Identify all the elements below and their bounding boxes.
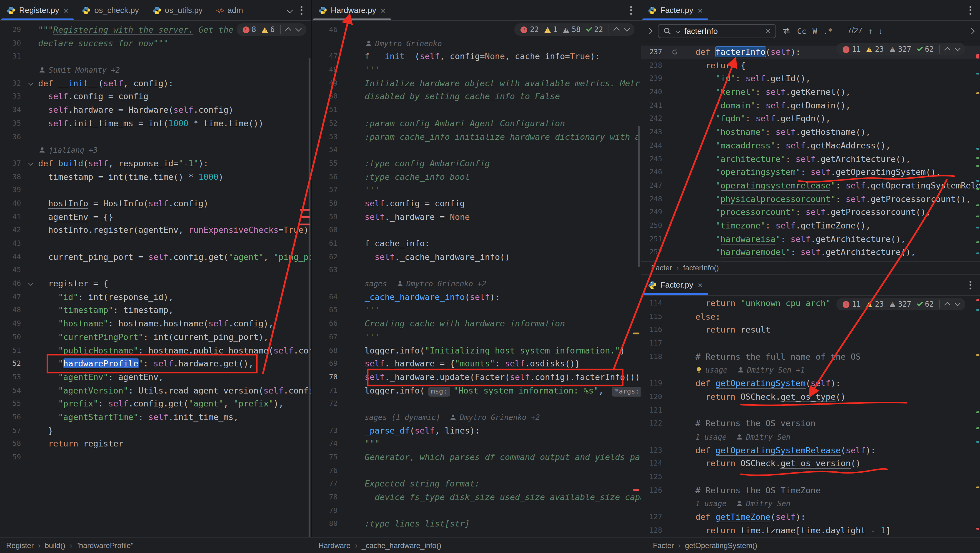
- line-number[interactable]: 37: [0, 157, 27, 170]
- line-number[interactable]: 50: [0, 331, 27, 344]
- error-stripe-mark[interactable]: [976, 299, 979, 301]
- code-text[interactable]: # Returns the OS TimeZone: [684, 484, 821, 497]
- code-text[interactable]: return "unknown cpu arch": [684, 297, 830, 310]
- tab-facter-py[interactable]: Facter.py×: [641, 0, 709, 20]
- code-text[interactable]: def getTimeZone(self):: [684, 510, 806, 524]
- code-text[interactable]: Creating cache with hardware information: [350, 317, 565, 331]
- code-text[interactable]: self.config = config: [350, 197, 465, 210]
- line-number[interactable]: 117: [641, 337, 668, 350]
- code-text[interactable]: ''': [350, 64, 380, 77]
- error-stripe-mark[interactable]: [976, 427, 979, 429]
- code-text[interactable]: :param cache_info initialize hardware di…: [350, 130, 641, 143]
- line-number[interactable]: 40: [0, 197, 27, 210]
- code-text[interactable]: self._cache_hardware_info(): [350, 250, 510, 264]
- code-text[interactable]: def __init__(self, config):: [38, 77, 173, 90]
- error-stripe-mark[interactable]: [976, 73, 979, 74]
- prev-problem-button[interactable]: [945, 302, 950, 307]
- code-text[interactable]: hostInfo = HostInfo(self.config): [38, 197, 208, 210]
- line-number[interactable]: 70: [312, 371, 344, 384]
- line-number[interactable]: 125: [641, 470, 668, 484]
- breadcrumb-item[interactable]: "hardwareProfile": [76, 541, 134, 550]
- code-text[interactable]: return register: [38, 437, 123, 451]
- line-number[interactable]: 50: [312, 90, 344, 103]
- code-text[interactable]: [350, 24, 365, 37]
- intention-bulb-icon[interactable]: [695, 367, 702, 373]
- line-number[interactable]: 45: [0, 264, 27, 277]
- line-number[interactable]: 244: [641, 139, 668, 153]
- error-count[interactable]: 11: [843, 45, 861, 54]
- previous-match-arrow-icon[interactable]: ↑: [869, 26, 872, 35]
- code-text[interactable]: disabled by setting cache_info to False: [350, 90, 560, 103]
- breadcrumb-item[interactable]: Facter: [653, 541, 674, 550]
- line-number[interactable]: 250: [641, 219, 668, 232]
- ok-count[interactable]: 22: [586, 25, 603, 34]
- line-number[interactable]: 251: [641, 232, 668, 246]
- code-text[interactable]: :type config AmbariConfig: [350, 157, 490, 170]
- prev-problem-button[interactable]: [286, 27, 290, 33]
- line-number[interactable]: 56: [312, 170, 344, 184]
- code-text[interactable]: :param config Ambari Agent Configuration: [350, 117, 565, 130]
- line-number[interactable]: 52: [0, 357, 27, 370]
- regex-toggle[interactable]: .*: [823, 26, 832, 35]
- scrollbar-thumb[interactable]: [309, 58, 310, 537]
- code-text[interactable]: return result: [684, 324, 771, 337]
- line-number[interactable]: 79: [312, 504, 344, 518]
- error-count[interactable]: 22: [521, 25, 539, 34]
- line-number[interactable]: 73: [312, 424, 344, 437]
- error-count[interactable]: 11: [843, 300, 861, 308]
- kebab-menu-icon[interactable]: [299, 5, 304, 16]
- code-text[interactable]: def facterInfo(self):: [684, 46, 800, 59]
- code-text[interactable]: "fqdn": self.getFqdn(),: [684, 112, 830, 126]
- search-query[interactable]: facterInfo: [684, 26, 761, 35]
- error-stripe-mark[interactable]: [976, 242, 979, 243]
- prev-problem-button[interactable]: [945, 46, 950, 52]
- line-number[interactable]: 47: [0, 291, 27, 304]
- line-number[interactable]: 242: [641, 112, 668, 126]
- code-text[interactable]: current_ping_port = self.config.get("age…: [38, 250, 311, 264]
- line-number[interactable]: 55: [0, 397, 27, 411]
- line-number[interactable]: 42: [0, 224, 27, 237]
- error-stripe-mark[interactable]: [976, 148, 979, 149]
- code-text[interactable]: else:: [684, 310, 721, 323]
- code-text[interactable]: return {: [684, 59, 746, 72]
- line-number[interactable]: 78: [312, 491, 344, 504]
- code-text[interactable]: def build(self, response_id="-1"):: [38, 157, 208, 170]
- code-text[interactable]: [350, 464, 365, 477]
- error-stripe-mark[interactable]: [300, 224, 310, 225]
- tab-register-py[interactable]: Register.py×: [0, 0, 75, 20]
- line-number[interactable]: 53: [0, 371, 27, 384]
- line-number[interactable]: 74: [312, 437, 344, 451]
- code-text[interactable]: "hardwareProfile": self.hardware.get(),: [38, 357, 253, 370]
- error-stripe-mark[interactable]: [633, 489, 640, 491]
- close-icon[interactable]: ×: [380, 6, 385, 14]
- code-text[interactable]: 1 usage Dmitry Sen: [684, 497, 791, 510]
- code-text[interactable]: jialiang +3: [38, 143, 98, 157]
- line-number[interactable]: 123: [641, 444, 668, 457]
- code-text[interactable]: "agentVersion": Utils.read_agent_version…: [38, 384, 311, 397]
- line-number[interactable]: 33: [0, 90, 27, 103]
- code-text[interactable]: def getOperatingSystemRelease(self):: [684, 444, 876, 457]
- next-match-arrow-icon[interactable]: ↓: [879, 26, 883, 35]
- code-text[interactable]: Generator, which parses df command outpu…: [350, 451, 641, 464]
- line-number[interactable]: 71: [312, 384, 344, 397]
- code-text[interactable]: "agentEnv": agentEnv,: [38, 371, 163, 384]
- error-stripe-mark[interactable]: [976, 486, 979, 488]
- line-number[interactable]: 29: [0, 24, 27, 37]
- code-text[interactable]: self._hardware = None: [350, 210, 470, 224]
- code-text[interactable]: self._hardware.update(Facter(self.config…: [350, 371, 640, 384]
- line-number[interactable]: 43: [0, 237, 27, 250]
- weak-warning-count[interactable]: 58: [563, 25, 581, 34]
- line-number[interactable]: 46: [312, 24, 344, 37]
- line-number[interactable]: 51: [312, 103, 344, 117]
- line-number[interactable]: 54: [312, 143, 344, 157]
- error-stripe-mark[interactable]: [976, 227, 979, 228]
- line-number[interactable]: 72: [312, 397, 344, 411]
- warning-count[interactable]: 23: [866, 300, 884, 308]
- fold-chevron-icon[interactable]: [27, 157, 38, 170]
- line-number[interactable]: 124: [641, 457, 668, 470]
- line-number[interactable]: 49: [0, 317, 27, 331]
- line-number[interactable]: 76: [312, 464, 344, 477]
- expand-replace-chevron-icon[interactable]: [646, 28, 652, 34]
- line-number[interactable]: 128: [641, 524, 668, 537]
- kebab-menu-icon[interactable]: [968, 279, 973, 290]
